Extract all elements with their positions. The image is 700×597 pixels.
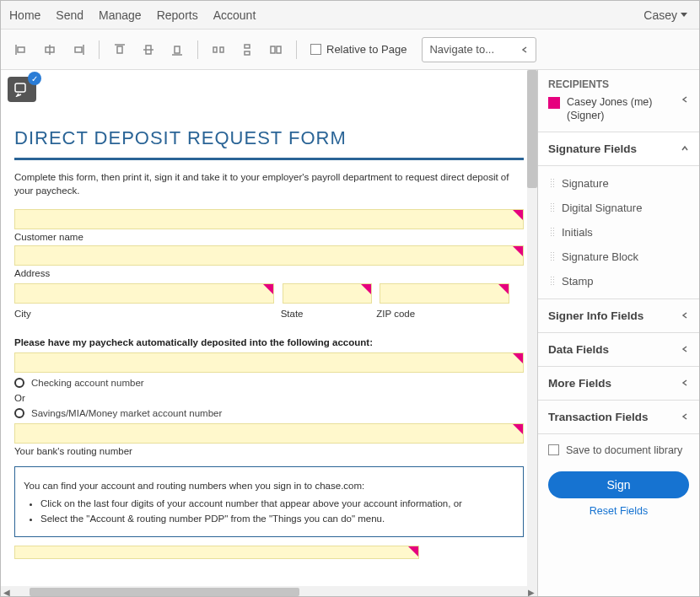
align-right-tool[interactable] [67,38,90,62]
nav-reports[interactable]: Reports [157,8,198,22]
vertical-scrollbar[interactable] [527,70,537,586]
svg-rect-18 [15,83,25,92]
drag-handle-icon [550,251,555,261]
field-signature-block[interactable]: Signature Block [538,245,699,269]
sign-button[interactable]: Sign [548,471,689,498]
chevron-down-icon [681,345,689,353]
customer-name-label: Customer name [14,232,524,242]
chevron-up-icon [681,144,689,153]
document-title: DIRECT DEPOSIT REQUEST FORM [14,127,524,149]
align-center-h-tool[interactable] [38,38,62,62]
field-label: Initials [562,226,593,239]
city-label: City [14,309,277,319]
required-marker-icon [513,210,523,220]
document-intro: Complete this form, then print it, sign … [14,170,524,197]
svg-rect-16 [271,46,275,53]
field-label: Stamp [562,275,594,288]
scrollbar-track[interactable] [13,588,525,596]
chevron-down-icon [681,311,689,320]
more-fields-accordion[interactable]: More Fields [538,367,699,401]
chevron-down-icon [681,412,689,421]
scrollbar-thumb[interactable] [30,588,299,596]
align-top-tool[interactable] [108,38,132,62]
required-marker-icon [513,353,523,363]
recipient-row[interactable]: Casey Jones (me) (Signer) [548,95,689,123]
toolbar: Relative to Page Navigate to... [1,30,699,70]
nav-send[interactable]: Send [56,8,83,22]
or-label: Or [14,393,524,403]
savings-option[interactable]: Savings/MIA/Money market account number [14,408,524,418]
address-field[interactable] [14,245,524,266]
recipients-section: RECIPIENTS Casey Jones (me) (Signer) [538,70,699,132]
checkbox-icon [548,444,559,455]
signature-fields-accordion[interactable]: Signature Fields [538,132,699,166]
savings-label: Savings/MIA/Money market account number [31,408,222,418]
data-fields-accordion[interactable]: Data Fields [538,333,699,367]
toolbar-separator [197,40,198,59]
horizontal-scrollbar[interactable]: ◀ ▶ [1,586,537,597]
deposit-section-title: Please have my paycheck automatically de… [14,337,524,347]
align-middle-tool[interactable] [137,38,160,62]
info-box: You can find your account and routing nu… [14,466,524,537]
scrollbar-thumb[interactable] [527,70,537,188]
radio-icon [14,408,24,418]
transaction-fields-accordion[interactable]: Transaction Fields [538,401,699,434]
zip-label: ZIP code [376,309,415,319]
distribute-v-tool[interactable] [235,38,259,62]
drag-handle-icon [550,276,555,286]
field-stamp[interactable]: Stamp [538,269,699,293]
title-rule [14,158,524,160]
save-to-library-checkbox[interactable]: Save to document library [538,434,699,466]
checking-number-field[interactable] [14,352,524,373]
partial-field[interactable] [14,546,419,559]
checking-label: Checking account number [31,378,144,388]
field-initials[interactable]: Initials [538,220,699,245]
user-menu[interactable]: Casey [643,8,687,22]
signature-fields-list: Signature Digital Signature Initials Sig… [538,166,699,299]
required-marker-icon [408,546,418,557]
svg-rect-11 [175,46,180,53]
document-mode-badge[interactable]: ✓ [8,77,36,102]
nav-home[interactable]: Home [9,8,40,22]
routing-number-field[interactable] [14,423,524,444]
field-digital-signature[interactable]: Digital Signature [538,196,699,220]
distribute-h-tool[interactable] [207,38,230,62]
svg-rect-5 [75,47,82,52]
nav-account[interactable]: Account [213,8,256,22]
city-field[interactable] [14,283,274,304]
match-size-tool[interactable] [264,38,288,62]
scroll-left-icon[interactable]: ◀ [1,588,13,597]
caret-down-icon [681,13,687,17]
drag-handle-icon [550,202,555,212]
main-area: ✓ DIRECT DEPOSIT REQUEST FORM Complete t… [1,70,699,597]
reset-fields-link[interactable]: Reset Fields [538,502,699,524]
checking-option[interactable]: Checking account number [14,378,524,388]
toolbar-separator [99,40,100,59]
signature-fields-label: Signature Fields [548,143,637,155]
info-bullet-2: Select the "Account & routing number PDP… [40,512,514,526]
chevron-down-icon [681,379,689,387]
zip-field[interactable] [380,283,509,304]
align-left-tool[interactable] [9,38,33,62]
required-marker-icon [513,246,523,256]
relative-to-page-checkbox[interactable]: Relative to Page [310,43,407,56]
align-bottom-tool[interactable] [165,38,189,62]
scroll-right-icon[interactable]: ▶ [525,588,537,597]
navigate-dropdown[interactable]: Navigate to... [422,37,536,62]
navigate-placeholder: Navigate to... [429,43,494,56]
signer-info-accordion[interactable]: Signer Info Fields [538,299,699,333]
svg-rect-7 [117,46,122,53]
state-field[interactable] [283,283,372,304]
nav-manage[interactable]: Manage [99,8,142,22]
chevron-down-icon [520,46,529,54]
data-fields-label: Data Fields [548,343,609,356]
field-signature[interactable]: Signature [538,171,699,196]
address-label: Address [14,268,524,278]
customer-name-field[interactable] [14,209,524,229]
svg-rect-15 [245,51,250,55]
recipients-heading: RECIPIENTS [548,78,689,90]
required-marker-icon [361,284,371,294]
svg-rect-14 [245,45,250,48]
drag-handle-icon [550,227,555,237]
side-panel: RECIPIENTS Casey Jones (me) (Signer) Sig… [537,70,699,597]
